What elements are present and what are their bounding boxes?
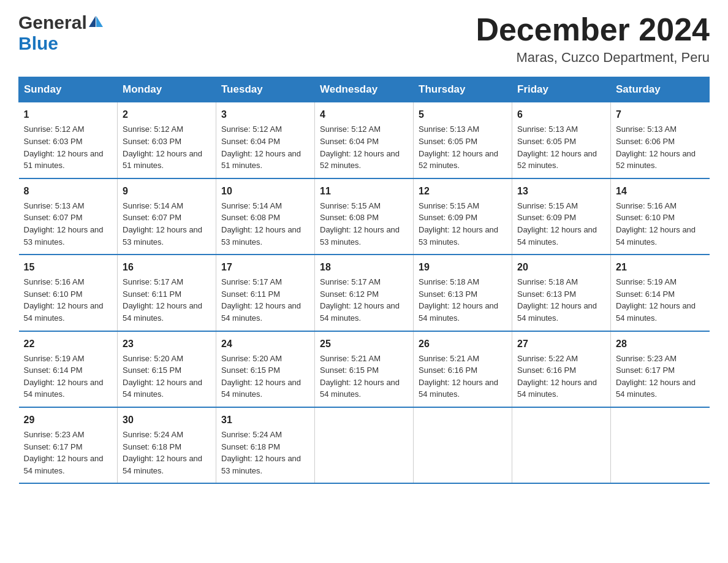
day-number: 24 bbox=[221, 337, 309, 351]
calendar-cell: 29 Sunrise: 5:23 AMSunset: 6:17 PMDaylig… bbox=[19, 407, 118, 483]
day-info: Sunrise: 5:15 AMSunset: 6:09 PMDaylight:… bbox=[517, 201, 597, 247]
day-info: Sunrise: 5:14 AMSunset: 6:08 PMDaylight:… bbox=[221, 201, 301, 247]
day-number: 10 bbox=[221, 184, 309, 198]
day-number: 16 bbox=[123, 260, 211, 274]
day-info: Sunrise: 5:17 AMSunset: 6:12 PMDaylight:… bbox=[320, 277, 400, 323]
day-info: Sunrise: 5:13 AMSunset: 6:05 PMDaylight:… bbox=[419, 124, 498, 170]
day-info: Sunrise: 5:14 AMSunset: 6:07 PMDaylight:… bbox=[123, 201, 202, 247]
day-info: Sunrise: 5:13 AMSunset: 6:05 PMDaylight:… bbox=[517, 124, 597, 170]
day-number: 29 bbox=[24, 413, 113, 427]
col-tuesday: Tuesday bbox=[216, 77, 315, 102]
day-info: Sunrise: 5:17 AMSunset: 6:11 PMDaylight:… bbox=[221, 277, 301, 323]
day-info: Sunrise: 5:13 AMSunset: 6:07 PMDaylight:… bbox=[24, 201, 104, 247]
day-number: 19 bbox=[419, 260, 507, 274]
calendar-cell: 25 Sunrise: 5:21 AMSunset: 6:15 PMDaylig… bbox=[315, 331, 414, 407]
calendar-cell: 17 Sunrise: 5:17 AMSunset: 6:11 PMDaylig… bbox=[216, 255, 315, 331]
calendar-cell: 19 Sunrise: 5:18 AMSunset: 6:13 PMDaylig… bbox=[414, 255, 512, 331]
calendar-cell: 27 Sunrise: 5:22 AMSunset: 6:16 PMDaylig… bbox=[512, 331, 611, 407]
day-number: 9 bbox=[123, 184, 211, 198]
calendar-table: Sunday Monday Tuesday Wednesday Thursday… bbox=[18, 77, 710, 484]
calendar-cell: 14 Sunrise: 5:16 AMSunset: 6:10 PMDaylig… bbox=[611, 178, 710, 255]
day-info: Sunrise: 5:23 AMSunset: 6:17 PMDaylight:… bbox=[24, 430, 104, 475]
day-info: Sunrise: 5:22 AMSunset: 6:16 PMDaylight:… bbox=[517, 354, 597, 399]
day-info: Sunrise: 5:15 AMSunset: 6:08 PMDaylight:… bbox=[320, 201, 400, 247]
calendar-cell: 3 Sunrise: 5:12 AMSunset: 6:04 PMDayligh… bbox=[216, 102, 315, 178]
day-info: Sunrise: 5:23 AMSunset: 6:17 PMDaylight:… bbox=[616, 354, 696, 399]
calendar-cell: 7 Sunrise: 5:13 AMSunset: 6:06 PMDayligh… bbox=[611, 102, 710, 178]
logo-triangle-dark bbox=[89, 16, 96, 27]
calendar-cell: 21 Sunrise: 5:19 AMSunset: 6:14 PMDaylig… bbox=[611, 255, 710, 331]
calendar-cell: 15 Sunrise: 5:16 AMSunset: 6:10 PMDaylig… bbox=[19, 255, 118, 331]
logo: General Blue bbox=[18, 12, 103, 54]
calendar-cell: 13 Sunrise: 5:15 AMSunset: 6:09 PMDaylig… bbox=[512, 178, 611, 255]
day-info: Sunrise: 5:15 AMSunset: 6:09 PMDaylight:… bbox=[419, 201, 498, 247]
day-number: 31 bbox=[221, 413, 309, 427]
day-number: 26 bbox=[419, 337, 507, 351]
day-number: 21 bbox=[616, 260, 705, 274]
calendar-cell bbox=[315, 407, 414, 483]
day-number: 4 bbox=[320, 107, 408, 121]
day-info: Sunrise: 5:19 AMSunset: 6:14 PMDaylight:… bbox=[24, 354, 104, 399]
calendar-cell: 5 Sunrise: 5:13 AMSunset: 6:05 PMDayligh… bbox=[414, 102, 512, 178]
calendar-week-row: 1 Sunrise: 5:12 AMSunset: 6:03 PMDayligh… bbox=[19, 102, 710, 178]
calendar-cell: 1 Sunrise: 5:12 AMSunset: 6:03 PMDayligh… bbox=[19, 102, 118, 178]
calendar-cell: 4 Sunrise: 5:12 AMSunset: 6:04 PMDayligh… bbox=[315, 102, 414, 178]
day-number: 20 bbox=[517, 260, 605, 274]
day-number: 7 bbox=[616, 107, 705, 121]
calendar-cell: 22 Sunrise: 5:19 AMSunset: 6:14 PMDaylig… bbox=[19, 331, 118, 407]
day-number: 28 bbox=[616, 337, 705, 351]
page-header: General Blue December 2024 Maras, Cuzco … bbox=[18, 12, 710, 66]
day-info: Sunrise: 5:19 AMSunset: 6:14 PMDaylight:… bbox=[616, 277, 696, 323]
calendar-cell: 26 Sunrise: 5:21 AMSunset: 6:16 PMDaylig… bbox=[414, 331, 512, 407]
calendar-cell: 28 Sunrise: 5:23 AMSunset: 6:17 PMDaylig… bbox=[611, 331, 710, 407]
day-info: Sunrise: 5:24 AMSunset: 6:18 PMDaylight:… bbox=[221, 430, 301, 475]
calendar-cell: 31 Sunrise: 5:24 AMSunset: 6:18 PMDaylig… bbox=[216, 407, 315, 483]
day-info: Sunrise: 5:12 AMSunset: 6:03 PMDaylight:… bbox=[123, 124, 202, 170]
day-number: 6 bbox=[517, 107, 605, 121]
calendar-week-row: 15 Sunrise: 5:16 AMSunset: 6:10 PMDaylig… bbox=[19, 255, 710, 331]
day-number: 1 bbox=[24, 107, 113, 121]
calendar-cell bbox=[414, 407, 512, 483]
day-info: Sunrise: 5:18 AMSunset: 6:13 PMDaylight:… bbox=[517, 277, 597, 323]
day-number: 11 bbox=[320, 184, 408, 198]
calendar-cell: 10 Sunrise: 5:14 AMSunset: 6:08 PMDaylig… bbox=[216, 178, 315, 255]
day-info: Sunrise: 5:12 AMSunset: 6:04 PMDaylight:… bbox=[221, 124, 301, 170]
calendar-cell: 12 Sunrise: 5:15 AMSunset: 6:09 PMDaylig… bbox=[414, 178, 512, 255]
day-info: Sunrise: 5:24 AMSunset: 6:18 PMDaylight:… bbox=[123, 430, 202, 475]
day-number: 25 bbox=[320, 337, 408, 351]
day-number: 3 bbox=[221, 107, 309, 121]
col-friday: Friday bbox=[512, 77, 611, 102]
month-title: December 2024 bbox=[476, 12, 710, 47]
col-saturday: Saturday bbox=[611, 77, 710, 102]
day-number: 17 bbox=[221, 260, 309, 274]
calendar-week-row: 8 Sunrise: 5:13 AMSunset: 6:07 PMDayligh… bbox=[19, 178, 710, 255]
day-number: 30 bbox=[123, 413, 211, 427]
calendar-cell: 23 Sunrise: 5:20 AMSunset: 6:15 PMDaylig… bbox=[118, 331, 216, 407]
logo-general-text: General bbox=[18, 12, 87, 33]
calendar-cell: 9 Sunrise: 5:14 AMSunset: 6:07 PMDayligh… bbox=[118, 178, 216, 255]
col-sunday: Sunday bbox=[19, 77, 118, 102]
location-title: Maras, Cuzco Department, Peru bbox=[476, 50, 710, 66]
col-thursday: Thursday bbox=[414, 77, 512, 102]
day-number: 18 bbox=[320, 260, 408, 274]
day-number: 14 bbox=[616, 184, 705, 198]
col-monday: Monday bbox=[118, 77, 216, 102]
calendar-cell: 30 Sunrise: 5:24 AMSunset: 6:18 PMDaylig… bbox=[118, 407, 216, 483]
day-number: 23 bbox=[123, 337, 211, 351]
day-info: Sunrise: 5:18 AMSunset: 6:13 PMDaylight:… bbox=[419, 277, 498, 323]
day-info: Sunrise: 5:12 AMSunset: 6:03 PMDaylight:… bbox=[24, 124, 104, 170]
calendar-cell: 2 Sunrise: 5:12 AMSunset: 6:03 PMDayligh… bbox=[118, 102, 216, 178]
day-number: 8 bbox=[24, 184, 113, 198]
calendar-cell bbox=[512, 407, 611, 483]
calendar-cell bbox=[611, 407, 710, 483]
day-info: Sunrise: 5:20 AMSunset: 6:15 PMDaylight:… bbox=[123, 354, 202, 399]
col-wednesday: Wednesday bbox=[315, 77, 414, 102]
calendar-week-row: 22 Sunrise: 5:19 AMSunset: 6:14 PMDaylig… bbox=[19, 331, 710, 407]
day-info: Sunrise: 5:20 AMSunset: 6:15 PMDaylight:… bbox=[221, 354, 301, 399]
calendar-cell: 16 Sunrise: 5:17 AMSunset: 6:11 PMDaylig… bbox=[118, 255, 216, 331]
calendar-cell: 8 Sunrise: 5:13 AMSunset: 6:07 PMDayligh… bbox=[19, 178, 118, 255]
calendar-cell: 6 Sunrise: 5:13 AMSunset: 6:05 PMDayligh… bbox=[512, 102, 611, 178]
logo-triangle-light bbox=[96, 16, 103, 27]
calendar-cell: 18 Sunrise: 5:17 AMSunset: 6:12 PMDaylig… bbox=[315, 255, 414, 331]
day-info: Sunrise: 5:12 AMSunset: 6:04 PMDaylight:… bbox=[320, 124, 400, 170]
